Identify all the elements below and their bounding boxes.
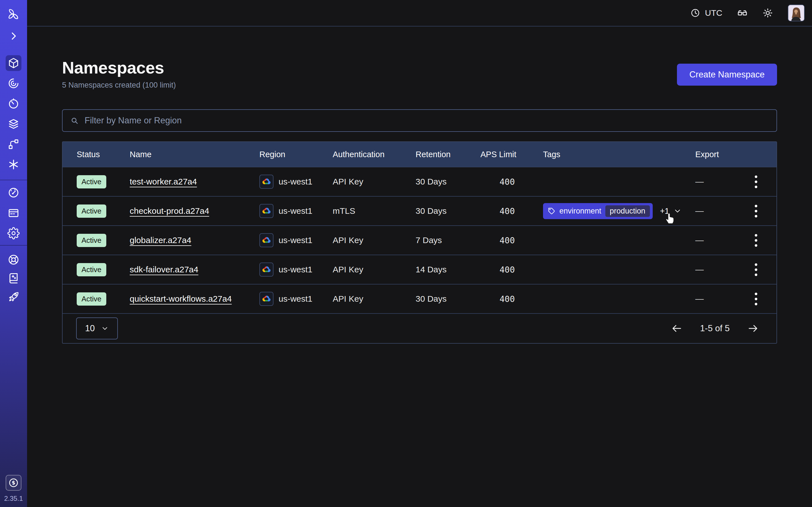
status-badge: Active — [77, 234, 106, 247]
sidebar-item-docs[interactable] — [6, 270, 21, 286]
cube-icon — [7, 57, 20, 69]
temporal-logo-icon — [7, 8, 20, 20]
col-tags: Tags — [543, 150, 695, 159]
pagination-bar: 10 1-5 of 5 — [63, 313, 776, 343]
sidebar-item-deployments[interactable] — [6, 136, 21, 152]
row-menu-button[interactable] — [753, 261, 760, 278]
tags-expand-button[interactable] — [673, 207, 682, 215]
sidebar-collapse-button[interactable] — [6, 28, 21, 44]
timer-icon — [7, 98, 20, 110]
branch-icon — [7, 138, 20, 151]
page-title: Namespaces — [62, 58, 176, 77]
theme-toggle-button[interactable] — [762, 8, 773, 18]
retention-cell: 30 Days — [416, 206, 480, 216]
filter-input[interactable] — [85, 115, 769, 126]
status-badge: Active — [77, 263, 106, 276]
row-menu-button[interactable] — [753, 232, 760, 249]
next-page-button[interactable] — [747, 323, 759, 334]
clock-icon — [690, 8, 700, 18]
row-menu-button[interactable] — [753, 173, 760, 190]
namespace-link[interactable]: globalizer.a27a4 — [130, 235, 192, 245]
col-retention: Retention — [416, 150, 480, 159]
sidebar-divider — [0, 245, 27, 245]
arrow-left-icon — [671, 323, 682, 334]
sidebar-divider — [0, 180, 27, 180]
user-avatar-button[interactable] — [788, 4, 805, 21]
pager-controls: 1-5 of 5 — [671, 323, 759, 334]
namespace-link[interactable]: checkout-prod.a27a4 — [130, 206, 209, 216]
tag-value: production — [605, 205, 650, 217]
sidebar-item-schedules[interactable] — [6, 96, 21, 112]
chevron-down-icon — [101, 325, 109, 332]
row-menu-button[interactable] — [753, 203, 760, 220]
app-root: $ 2.35.1 UTC — [0, 0, 812, 507]
timezone-button[interactable]: UTC — [690, 8, 722, 18]
glasses-button[interactable] — [737, 8, 748, 18]
namespace-link[interactable]: sdk-failover.a27a4 — [130, 265, 199, 274]
google-cloud-icon — [259, 263, 273, 277]
table-row: Active test-worker.a27a4 us-west1 API Ke… — [63, 167, 776, 196]
status-badge: Active — [77, 175, 106, 188]
tag-icon — [548, 207, 555, 215]
filter-bar[interactable] — [62, 109, 777, 132]
sidebar-item-getting-started[interactable] — [6, 289, 21, 305]
sidebar-item-nexus[interactable] — [6, 157, 21, 172]
google-cloud-icon — [259, 233, 273, 247]
row-menu-button[interactable] — [753, 290, 760, 307]
retention-cell: 30 Days — [416, 177, 480, 186]
table-header-row: Status Name Region Authentication Retent… — [63, 142, 776, 167]
auth-cell: API Key — [333, 294, 416, 304]
col-name: Name — [130, 150, 259, 159]
sidebar-nav-group — [6, 55, 21, 172]
table-row: Active checkout-prod.a27a4 us-west1 mTLS… — [63, 196, 776, 225]
region-label: us-west1 — [278, 265, 312, 274]
gauge-icon — [7, 186, 20, 199]
sidebar-item-settings[interactable] — [6, 225, 21, 241]
export-value: — — [695, 294, 704, 304]
status-badge: Active — [77, 205, 106, 218]
export-value: — — [695, 265, 704, 274]
sidebar-item-support[interactable] — [6, 252, 21, 268]
sidebar-admin-group — [6, 185, 21, 241]
svg-text:$: $ — [12, 480, 15, 486]
sidebar-item-billing[interactable] — [6, 205, 21, 221]
sidebar-top — [6, 0, 21, 44]
sidebar-item-workflows[interactable] — [6, 75, 21, 91]
dollar-badge-icon: $ — [8, 477, 19, 489]
region-label: us-west1 — [278, 206, 312, 216]
temporal-logo[interactable] — [6, 6, 21, 22]
status-badge: Active — [77, 292, 106, 305]
col-status: Status — [77, 150, 130, 159]
auth-cell: API Key — [333, 177, 416, 186]
title-block: Namespaces 5 Namespaces created (100 lim… — [62, 58, 176, 90]
aps-cell: 400 — [480, 265, 543, 275]
table-row: Active quickstart-workflows.a27a4 us-wes… — [63, 284, 776, 313]
orbit-icon — [7, 77, 20, 90]
sidebar: $ 2.35.1 — [0, 0, 27, 507]
tag-chip[interactable]: environment production — [543, 203, 653, 219]
sun-icon — [762, 8, 773, 18]
book-sparkles-icon — [7, 272, 20, 284]
auth-cell: API Key — [333, 265, 416, 274]
sidebar-item-usage[interactable] — [6, 185, 21, 201]
previous-page-button[interactable] — [671, 323, 682, 334]
lifebuoy-icon — [7, 253, 20, 266]
auth-cell: API Key — [333, 235, 416, 245]
sidebar-item-batch-operations[interactable] — [6, 116, 21, 132]
namespace-link[interactable]: test-worker.a27a4 — [130, 177, 197, 186]
pricing-button[interactable]: $ — [6, 475, 21, 491]
sidebar-bottom: $ 2.35.1 — [4, 475, 23, 507]
col-export: Export — [695, 150, 776, 159]
google-cloud-icon — [259, 175, 273, 189]
aps-cell: 400 — [480, 177, 543, 187]
gear-icon — [7, 227, 20, 239]
create-namespace-button[interactable]: Create Namespace — [677, 64, 777, 86]
page-size-select[interactable]: 10 — [76, 318, 118, 339]
page-subtitle: 5 Namespaces created (100 limit) — [62, 81, 176, 90]
namespace-link[interactable]: quickstart-workflows.a27a4 — [130, 294, 232, 303]
export-value: — — [695, 235, 704, 245]
aps-cell: 400 — [480, 235, 543, 245]
sidebar-item-namespaces[interactable] — [6, 55, 21, 71]
search-icon — [70, 116, 79, 125]
billing-card-icon — [7, 207, 20, 219]
